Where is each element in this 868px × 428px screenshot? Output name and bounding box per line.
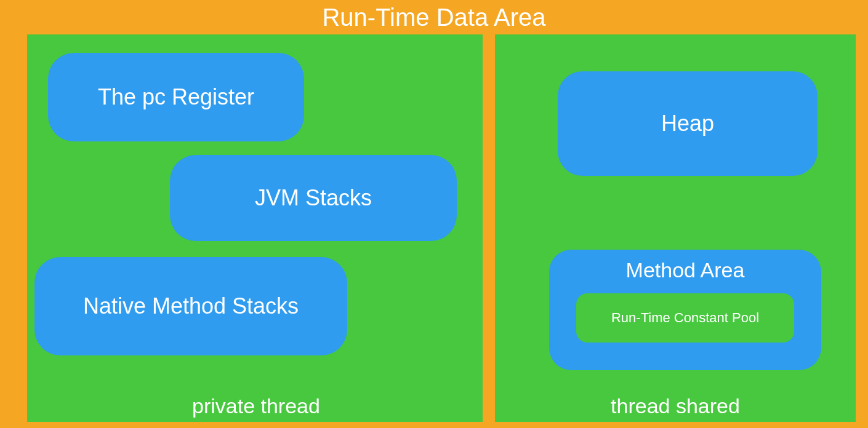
- jvm-stacks-label: JVM Stacks: [255, 185, 372, 211]
- private-panel-caption: private thread: [192, 394, 320, 418]
- native-stacks-label: Native Method Stacks: [83, 293, 299, 319]
- pc-register-box: The pc Register: [48, 53, 304, 141]
- private-thread-panel: The pc Register JVM Stacks Native Method…: [27, 34, 483, 422]
- shared-panel-caption: thread shared: [495, 394, 856, 418]
- heap-box: Heap: [558, 71, 818, 176]
- constant-pool-label: Run-Time Constant Pool: [611, 310, 759, 326]
- jvm-stacks-box: JVM Stacks: [170, 155, 457, 241]
- diagram-title: Run-Time Data Area: [0, 0, 868, 34]
- heap-label: Heap: [661, 111, 714, 137]
- pc-register-label: The pc Register: [98, 84, 254, 110]
- method-area-label: Method Area: [549, 258, 821, 282]
- method-area-box: Method Area Run-Time Constant Pool: [549, 250, 821, 370]
- constant-pool-box: Run-Time Constant Pool: [576, 293, 794, 343]
- shared-thread-panel: Heap Method Area Run-Time Constant Pool …: [495, 34, 856, 422]
- panels-container: The pc Register JVM Stacks Native Method…: [27, 34, 856, 422]
- native-stacks-box: Native Method Stacks: [34, 257, 347, 355]
